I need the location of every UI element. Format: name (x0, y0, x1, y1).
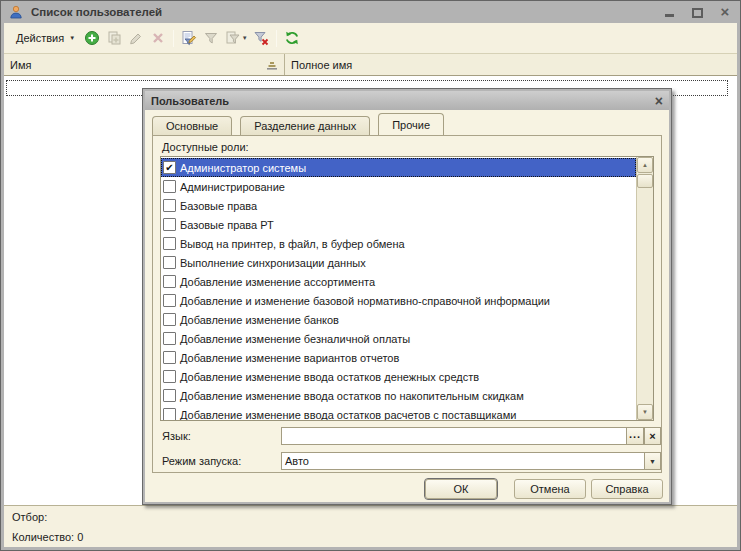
role-checkbox[interactable] (163, 294, 176, 307)
clear-filter-icon (253, 30, 269, 46)
role-label: Базовые права (180, 200, 257, 212)
scroll-down-button[interactable]: ▼ (637, 404, 653, 420)
scroll-thumb[interactable] (637, 174, 653, 188)
filter-history-dropdown-icon: ▼ (242, 35, 248, 41)
maximize-icon (692, 8, 703, 18)
tab-2[interactable]: Прочие (378, 113, 444, 135)
column-fullname-label: Полное имя (291, 59, 352, 71)
role-checkbox[interactable] (163, 351, 176, 364)
role-checkbox[interactable] (163, 199, 176, 212)
role-row[interactable]: Администрирование (161, 177, 636, 196)
role-checkbox[interactable] (163, 389, 176, 402)
roles-label: Доступные роли: (162, 141, 249, 153)
roles-rows: ✔Администратор системыАдминистрированиеБ… (161, 158, 636, 421)
role-checkbox[interactable] (163, 313, 176, 326)
role-checkbox[interactable] (163, 218, 176, 231)
role-checkbox[interactable] (163, 237, 176, 250)
clear-filter-button[interactable] (251, 28, 271, 48)
refresh-icon (284, 30, 300, 46)
table-header: Имя Полное имя (4, 54, 737, 76)
role-row[interactable]: Вывод на принтер, в файл, в буфер обмена (161, 234, 636, 253)
role-label: Добавление изменение ассортимента (180, 276, 375, 288)
delete-button[interactable] (148, 28, 168, 48)
dialog-tabs: ОсновныеРазделение данныхПрочие (152, 114, 444, 135)
maximize-button[interactable] (690, 5, 704, 19)
role-label: Выполнение синхронизации данных (180, 257, 366, 269)
role-row[interactable]: Добавление изменение ввода остатков расч… (161, 405, 636, 421)
role-checkbox[interactable] (163, 180, 176, 193)
roles-list[interactable]: ✔Администратор системыАдминистрированиеБ… (160, 156, 654, 421)
refresh-button[interactable] (282, 28, 302, 48)
user-icon (9, 5, 23, 19)
count-value: 0 (77, 531, 83, 543)
scroll-up-button[interactable]: ▲ (637, 157, 653, 173)
cancel-button[interactable]: Отмена (514, 479, 586, 499)
column-header-fullname[interactable]: Полное имя (285, 54, 737, 75)
user-dialog: Пользователь × ОсновныеРазделение данных… (142, 88, 672, 505)
launch-mode-label: Режим запуска: (162, 455, 241, 469)
role-row[interactable]: Добавление изменение ассортимента (161, 272, 636, 291)
dialog-button-row: ОК Отмена Справка (145, 479, 663, 499)
delete-icon (150, 30, 166, 46)
role-row[interactable]: Добавление изменение ввода остатков дене… (161, 367, 636, 386)
role-label: Добавление и изменение базовой нормативн… (180, 295, 550, 307)
role-label: Добавление изменение безналичной оплаты (180, 333, 410, 345)
role-checkbox[interactable] (163, 408, 176, 421)
filter-history-button[interactable]: ▼ (223, 28, 249, 48)
help-button[interactable]: Справка (591, 479, 663, 499)
role-checkbox[interactable]: ✔ (163, 161, 176, 174)
edit-button[interactable] (126, 28, 146, 48)
language-label: Язык: (162, 430, 191, 444)
filter-settings-button[interactable] (179, 28, 199, 48)
filter-history-icon (225, 30, 241, 46)
dialog-close-button[interactable]: × (655, 93, 663, 109)
role-checkbox[interactable] (163, 256, 176, 269)
dialog-body: ОсновныеРазделение данныхПрочие Доступны… (145, 110, 669, 502)
role-label: Добавление изменение вариантов отчетов (180, 352, 399, 364)
role-row[interactable]: Добавление и изменение базовой нормативн… (161, 291, 636, 310)
role-checkbox[interactable] (163, 275, 176, 288)
role-label: Добавление изменение ввода остатков дене… (180, 371, 479, 383)
close-icon: × (721, 5, 730, 19)
filter-status-label: Отбор: (12, 511, 729, 525)
role-row[interactable]: Добавление изменение банков (161, 310, 636, 329)
tab-panel-other: Доступные роли: ✔Администратор системыАд… (152, 135, 662, 473)
role-label: Администрирование (180, 181, 285, 193)
launch-mode-dropdown-button[interactable]: ▼ (644, 452, 661, 470)
role-row[interactable]: Добавление изменение вариантов отчетов (161, 348, 636, 367)
copy-button[interactable] (104, 28, 124, 48)
column-name-label: Имя (10, 59, 31, 71)
actions-menu-button[interactable]: Действия ▼ (10, 29, 81, 47)
tab-1[interactable]: Разделение данных (240, 116, 370, 135)
filter-by-value-button[interactable] (201, 28, 221, 48)
menu-arrow-icon: ▼ (69, 35, 75, 41)
language-clear-button[interactable]: × (644, 427, 661, 445)
launch-mode-combobox[interactable]: Авто (281, 452, 661, 470)
app-window: Список пользователей × Действия ▼ (0, 0, 741, 551)
language-input[interactable] (281, 427, 627, 445)
toolbar-separator (173, 30, 174, 47)
add-button[interactable] (82, 28, 102, 48)
toolbar-separator (276, 30, 277, 47)
roles-scrollbar[interactable]: ▲ ▼ (636, 157, 653, 420)
edit-icon (128, 30, 144, 46)
role-row[interactable]: Выполнение синхронизации данных (161, 253, 636, 272)
role-label: Администратор системы (180, 162, 306, 174)
actions-menu-label: Действия (16, 32, 64, 44)
role-row[interactable]: Базовые права РТ (161, 215, 636, 234)
tab-0[interactable]: Основные (152, 116, 232, 135)
role-checkbox[interactable] (163, 370, 176, 383)
filter-settings-icon (181, 30, 197, 46)
role-row[interactable]: Базовые права (161, 196, 636, 215)
role-row[interactable]: ✔Администратор системы (161, 158, 636, 177)
role-label: Добавление изменение ввода остатков по н… (180, 390, 524, 402)
role-row[interactable]: Добавление изменение безналичной оплаты (161, 329, 636, 348)
role-row[interactable]: Добавление изменение ввода остатков по н… (161, 386, 636, 405)
ok-button[interactable]: ОК (425, 479, 497, 499)
role-checkbox[interactable] (163, 332, 176, 345)
role-label: Добавление изменение банков (180, 314, 339, 326)
column-header-name[interactable]: Имя (4, 54, 285, 75)
close-button[interactable]: × (718, 5, 732, 19)
minimize-button[interactable] (662, 5, 676, 19)
language-browse-button[interactable]: ... (626, 427, 644, 445)
